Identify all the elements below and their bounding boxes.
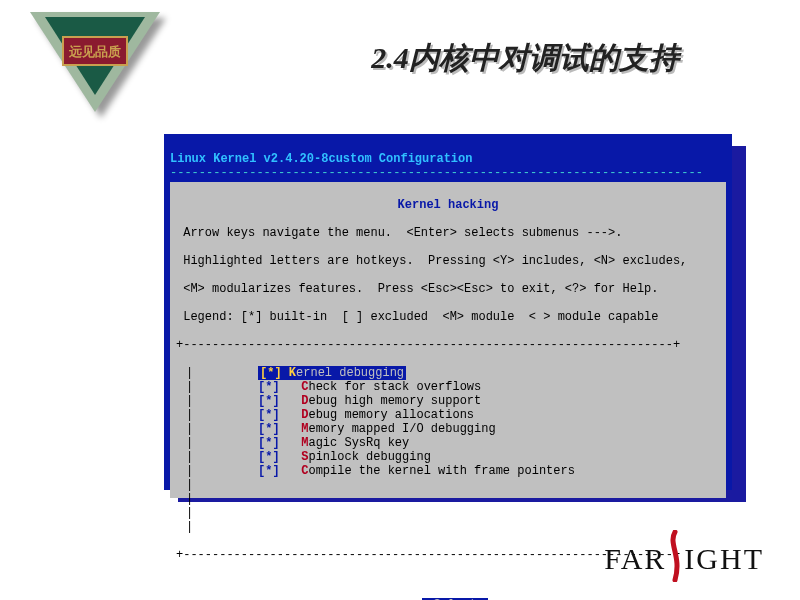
logo-badge: 远见品质	[62, 36, 128, 66]
menu-padding: |	[186, 478, 720, 492]
terminal-title: Linux Kernel v2.4.20-8custom Configurati…	[170, 152, 472, 166]
terminal-divider: ----------------------------------------…	[170, 166, 703, 180]
help-line-1: Arrow keys navigate the menu. <Enter> se…	[176, 226, 720, 240]
menu-item[interactable]: | [*] Memory mapped I/O debugging	[186, 422, 720, 436]
terminal-inner-box: Kernel hacking Arrow keys navigate the m…	[170, 182, 726, 498]
menu-item[interactable]: | [*] Debug memory allocations	[186, 408, 720, 422]
triangle-logo: 远见品质	[30, 12, 160, 122]
menu-item[interactable]: | [*] Magic SysRq key	[186, 436, 720, 450]
logo-s-icon	[664, 536, 686, 582]
menu-item[interactable]: | [*] Debug high memory support	[186, 394, 720, 408]
terminal-window: Linux Kernel v2.4.20-8custom Configurati…	[164, 134, 732, 490]
help-line-3: <M> modularizes features. Press <Esc><Es…	[176, 282, 720, 296]
menu-padding: |	[186, 506, 720, 520]
menu-item[interactable]: | [*] Compile the kernel with frame poin…	[186, 464, 720, 478]
help-line-2: Highlighted letters are hotkeys. Pressin…	[176, 254, 720, 268]
menu-list[interactable]: | [*] Kernel debugging| [*] Check for st…	[186, 366, 720, 534]
menu-item[interactable]: | [*] Spinlock debugging	[186, 450, 720, 464]
logo-text-left: FAR	[604, 542, 666, 576]
menu-item[interactable]: | [*] Check for stack overflows	[186, 380, 720, 394]
button-row: <Select> < Exit > < Help >	[176, 584, 720, 600]
menu-padding: |	[186, 492, 720, 506]
menu-item[interactable]: | [*] Kernel debugging	[186, 366, 720, 380]
section-title: Kernel hacking	[176, 198, 720, 212]
top-border: +---------------------------------------…	[176, 338, 720, 352]
farsight-logo: FAR IGHT	[604, 536, 764, 582]
help-line-4: Legend: [*] built-in [ ] excluded <M> mo…	[176, 310, 720, 324]
menu-padding: |	[186, 520, 720, 534]
slide-title: 2.4内核中对调试的支持	[280, 38, 770, 79]
logo-text-right: IGHT	[684, 542, 764, 576]
